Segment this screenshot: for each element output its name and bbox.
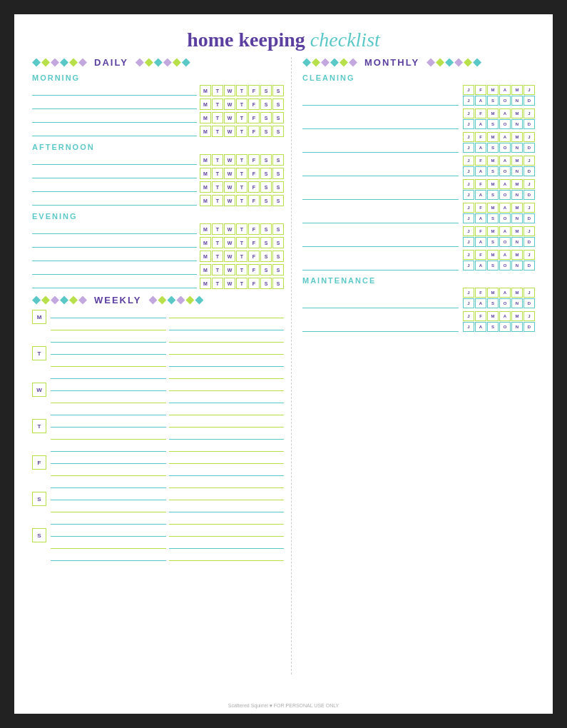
weekly-line[interactable] bbox=[51, 320, 166, 330]
month-box-f[interactable]: F bbox=[475, 226, 486, 236]
month-box-a[interactable]: A bbox=[499, 108, 511, 118]
task-line[interactable] bbox=[32, 265, 197, 275]
task-line[interactable] bbox=[32, 113, 197, 123]
day-box-w[interactable]: W bbox=[224, 181, 235, 193]
day-box-m[interactable]: M bbox=[200, 195, 211, 206]
month-box-a[interactable]: A bbox=[475, 298, 486, 308]
day-box-s[interactable]: S bbox=[260, 264, 272, 275]
day-box-m[interactable]: M bbox=[200, 223, 211, 235]
day-box-w[interactable]: W bbox=[224, 264, 235, 275]
day-box-w[interactable]: W bbox=[224, 278, 235, 289]
day-box-m[interactable]: M bbox=[200, 264, 211, 275]
day-box-f[interactable]: F bbox=[248, 98, 260, 110]
month-box-d[interactable]: D bbox=[523, 143, 535, 153]
day-box-m[interactable]: M bbox=[200, 237, 211, 248]
day-box-s[interactable]: S bbox=[260, 98, 272, 110]
weekly-line[interactable] bbox=[51, 333, 166, 343]
weekly-line[interactable] bbox=[169, 357, 285, 367]
month-box-d[interactable]: D bbox=[523, 213, 535, 223]
month-box-j[interactable]: J bbox=[463, 298, 474, 308]
monthly-task-line[interactable] bbox=[302, 213, 459, 223]
task-line[interactable] bbox=[32, 155, 197, 165]
weekly-line[interactable] bbox=[51, 490, 166, 500]
month-box-j[interactable]: J bbox=[523, 311, 535, 321]
day-box-s[interactable]: S bbox=[272, 264, 284, 275]
weekly-line[interactable] bbox=[51, 442, 166, 452]
day-box-s[interactable]: S bbox=[260, 278, 272, 289]
day-box-s[interactable]: S bbox=[272, 278, 284, 289]
day-box-f[interactable]: F bbox=[248, 237, 260, 248]
month-box-m[interactable]: M bbox=[511, 85, 523, 95]
month-box-n[interactable]: N bbox=[511, 213, 523, 223]
weekly-line[interactable] bbox=[169, 539, 285, 549]
month-box-j[interactable]: J bbox=[523, 250, 535, 260]
day-box-s[interactable]: S bbox=[260, 154, 272, 166]
month-box-j[interactable]: J bbox=[523, 132, 535, 142]
day-box-s[interactable]: S bbox=[272, 195, 284, 206]
month-box-s[interactable]: S bbox=[487, 190, 499, 200]
day-box-t[interactable]: T bbox=[236, 112, 247, 123]
day-box-f[interactable]: F bbox=[248, 154, 260, 166]
month-box-m[interactable]: M bbox=[487, 85, 499, 95]
day-box-w[interactable]: W bbox=[224, 195, 235, 206]
monthly-task-line[interactable] bbox=[302, 298, 459, 308]
weekly-line[interactable] bbox=[169, 527, 285, 537]
month-box-s[interactable]: S bbox=[487, 261, 499, 271]
month-box-f[interactable]: F bbox=[475, 179, 486, 189]
month-box-m[interactable]: M bbox=[487, 203, 499, 213]
task-line[interactable] bbox=[32, 126, 197, 136]
month-box-a[interactable]: A bbox=[475, 96, 486, 106]
day-box-w[interactable]: W bbox=[224, 112, 235, 123]
day-box-f[interactable]: F bbox=[248, 181, 260, 193]
day-box-t[interactable]: T bbox=[212, 126, 223, 137]
month-box-j[interactable]: J bbox=[463, 261, 474, 271]
weekly-line[interactable] bbox=[51, 527, 166, 537]
day-box-f[interactable]: F bbox=[248, 264, 260, 275]
weekly-line[interactable] bbox=[51, 405, 166, 415]
weekly-line[interactable] bbox=[169, 478, 285, 488]
monthly-task-line[interactable] bbox=[302, 143, 459, 153]
day-box-t[interactable]: T bbox=[236, 154, 247, 166]
month-box-o[interactable]: O bbox=[499, 322, 511, 332]
day-box-f[interactable]: F bbox=[248, 168, 260, 179]
day-box-w[interactable]: W bbox=[224, 223, 235, 235]
month-box-s[interactable]: S bbox=[487, 96, 499, 106]
month-box-d[interactable]: D bbox=[523, 96, 535, 106]
weekly-line[interactable] bbox=[51, 502, 166, 512]
month-box-j[interactable]: J bbox=[463, 237, 474, 247]
month-box-d[interactable]: D bbox=[523, 119, 535, 129]
weekly-line[interactable] bbox=[51, 393, 166, 403]
day-box-s[interactable]: S bbox=[272, 237, 284, 248]
day-box-s[interactable]: S bbox=[260, 237, 272, 248]
weekly-line[interactable] bbox=[51, 345, 166, 355]
month-box-f[interactable]: F bbox=[475, 132, 486, 142]
day-box-f[interactable]: F bbox=[248, 195, 260, 206]
month-box-j[interactable]: J bbox=[523, 203, 535, 213]
month-box-j[interactable]: J bbox=[463, 132, 474, 142]
day-box-t[interactable]: T bbox=[212, 251, 223, 262]
month-box-j[interactable]: J bbox=[463, 203, 474, 213]
day-box-m[interactable]: M bbox=[200, 168, 211, 179]
day-box-w[interactable]: W bbox=[224, 251, 235, 262]
weekly-line[interactable] bbox=[169, 381, 285, 391]
task-line[interactable] bbox=[32, 251, 197, 261]
month-box-j[interactable]: J bbox=[463, 322, 474, 332]
day-box-s[interactable]: S bbox=[272, 223, 284, 235]
weekly-line[interactable] bbox=[169, 418, 285, 428]
month-box-o[interactable]: O bbox=[499, 96, 511, 106]
day-box-s[interactable]: S bbox=[260, 251, 272, 262]
weekly-line[interactable] bbox=[169, 333, 285, 343]
month-box-o[interactable]: O bbox=[499, 261, 511, 271]
day-box-m[interactable]: M bbox=[200, 181, 211, 193]
weekly-line[interactable] bbox=[169, 345, 285, 355]
day-box-t[interactable]: T bbox=[236, 278, 247, 289]
weekly-line[interactable] bbox=[51, 454, 166, 464]
month-box-m[interactable]: M bbox=[487, 108, 499, 118]
month-box-f[interactable]: F bbox=[475, 156, 486, 166]
weekly-line[interactable] bbox=[169, 393, 285, 403]
month-box-a[interactable]: A bbox=[499, 203, 511, 213]
month-box-m[interactable]: M bbox=[487, 132, 499, 142]
weekly-line[interactable] bbox=[169, 515, 285, 525]
month-box-f[interactable]: F bbox=[475, 288, 486, 298]
month-box-o[interactable]: O bbox=[499, 213, 511, 223]
